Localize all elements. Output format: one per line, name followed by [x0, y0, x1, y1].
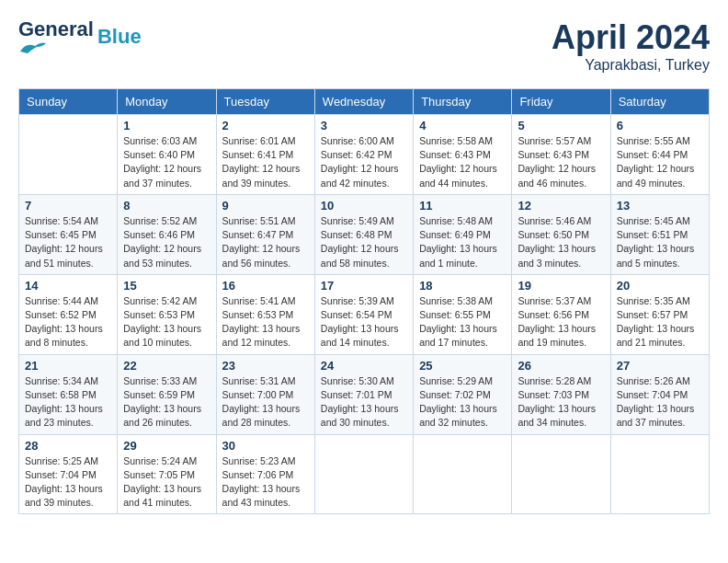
- day-number: 10: [321, 199, 407, 213]
- week-row-3: 14Sunrise: 5:44 AMSunset: 6:52 PMDayligh…: [19, 274, 710, 354]
- calendar-cell: 16Sunrise: 5:41 AMSunset: 6:53 PMDayligh…: [216, 274, 314, 354]
- calendar-cell: 6Sunrise: 5:55 AMSunset: 6:44 PMDaylight…: [610, 115, 709, 195]
- day-info: Sunrise: 5:49 AMSunset: 6:48 PMDaylight:…: [321, 214, 407, 270]
- day-info: Sunrise: 5:48 AMSunset: 6:49 PMDaylight:…: [419, 214, 506, 270]
- week-row-4: 21Sunrise: 5:34 AMSunset: 6:58 PMDayligh…: [19, 354, 710, 434]
- day-info: Sunrise: 6:01 AMSunset: 6:41 PMDaylight:…: [222, 134, 309, 190]
- day-info: Sunrise: 5:51 AMSunset: 6:47 PMDaylight:…: [222, 214, 309, 270]
- calendar-cell: 27Sunrise: 5:26 AMSunset: 7:04 PMDayligh…: [610, 354, 709, 434]
- day-number: 20: [617, 279, 703, 293]
- day-number: 18: [419, 279, 506, 293]
- calendar-cell: 3Sunrise: 6:00 AMSunset: 6:42 PMDaylight…: [314, 115, 413, 195]
- weekday-header-wednesday: Wednesday: [314, 89, 413, 115]
- day-number: 1: [123, 119, 210, 132]
- calendar-cell: 29Sunrise: 5:24 AMSunset: 7:05 PMDayligh…: [118, 434, 216, 514]
- calendar-cell: 17Sunrise: 5:39 AMSunset: 6:54 PMDayligh…: [314, 274, 413, 354]
- day-info: Sunrise: 5:26 AMSunset: 7:04 PMDaylight:…: [617, 374, 703, 431]
- day-info: Sunrise: 5:37 AMSunset: 6:56 PMDaylight:…: [518, 294, 604, 350]
- week-row-1: 1Sunrise: 6:03 AMSunset: 6:40 PMDaylight…: [19, 115, 710, 195]
- day-number: 21: [25, 359, 111, 373]
- calendar-cell: 20Sunrise: 5:35 AMSunset: 6:57 PMDayligh…: [610, 274, 709, 354]
- day-number: 29: [123, 439, 210, 453]
- weekday-header-monday: Monday: [118, 89, 216, 115]
- day-info: Sunrise: 6:03 AMSunset: 6:40 PMDaylight:…: [123, 134, 210, 190]
- week-row-5: 28Sunrise: 5:25 AMSunset: 7:04 PMDayligh…: [19, 434, 710, 514]
- day-number: 16: [222, 279, 309, 293]
- day-info: Sunrise: 5:39 AMSunset: 6:54 PMDaylight:…: [321, 294, 407, 350]
- calendar-cell: [19, 115, 118, 195]
- day-info: Sunrise: 5:58 AMSunset: 6:43 PMDaylight:…: [419, 134, 506, 190]
- weekday-header-sunday: Sunday: [19, 89, 118, 115]
- day-number: 7: [25, 199, 111, 213]
- day-number: 8: [123, 199, 210, 213]
- day-info: Sunrise: 5:29 AMSunset: 7:02 PMDaylight:…: [419, 374, 506, 431]
- logo-blue-text: Blue: [97, 26, 142, 48]
- day-info: Sunrise: 5:38 AMSunset: 6:55 PMDaylight:…: [419, 294, 506, 350]
- day-number: 19: [518, 279, 604, 293]
- month-title: April 2024: [552, 18, 710, 57]
- weekday-header-thursday: Thursday: [414, 89, 512, 115]
- calendar-cell: 4Sunrise: 5:58 AMSunset: 6:43 PMDaylight…: [414, 115, 512, 195]
- logo-text: General: [18, 17, 94, 40]
- calendar-cell: 15Sunrise: 5:42 AMSunset: 6:53 PMDayligh…: [118, 274, 216, 354]
- day-number: 30: [222, 439, 309, 453]
- day-number: 6: [617, 119, 703, 132]
- calendar-cell: 1Sunrise: 6:03 AMSunset: 6:40 PMDaylight…: [118, 115, 216, 195]
- calendar-cell: 8Sunrise: 5:52 AMSunset: 6:46 PMDaylight…: [118, 194, 216, 274]
- day-info: Sunrise: 5:44 AMSunset: 6:52 PMDaylight:…: [25, 294, 111, 350]
- day-info: Sunrise: 5:52 AMSunset: 6:46 PMDaylight:…: [123, 214, 210, 270]
- calendar-cell: 25Sunrise: 5:29 AMSunset: 7:02 PMDayligh…: [414, 354, 512, 434]
- logo-bird-icon: [18, 39, 48, 55]
- day-number: 4: [419, 119, 506, 132]
- day-info: Sunrise: 5:30 AMSunset: 7:01 PMDaylight:…: [321, 374, 407, 431]
- logo: General Blue: [18, 18, 142, 55]
- calendar-cell: [610, 434, 709, 514]
- calendar-cell: 14Sunrise: 5:44 AMSunset: 6:52 PMDayligh…: [19, 274, 118, 354]
- calendar-cell: 13Sunrise: 5:45 AMSunset: 6:51 PMDayligh…: [610, 194, 709, 274]
- day-number: 28: [25, 439, 111, 453]
- calendar-cell: 5Sunrise: 5:57 AMSunset: 6:43 PMDaylight…: [512, 115, 610, 195]
- day-number: 23: [222, 359, 309, 373]
- location-title: Yaprakbasi, Turkey: [552, 57, 710, 74]
- day-number: 11: [419, 199, 506, 213]
- calendar-cell: 11Sunrise: 5:48 AMSunset: 6:49 PMDayligh…: [414, 194, 512, 274]
- day-info: Sunrise: 5:25 AMSunset: 7:04 PMDaylight:…: [25, 454, 111, 511]
- day-info: Sunrise: 6:00 AMSunset: 6:42 PMDaylight:…: [321, 134, 407, 190]
- week-row-2: 7Sunrise: 5:54 AMSunset: 6:45 PMDaylight…: [19, 194, 710, 274]
- day-number: 17: [321, 279, 407, 293]
- day-info: Sunrise: 5:42 AMSunset: 6:53 PMDaylight:…: [123, 294, 210, 350]
- calendar-table: SundayMondayTuesdayWednesdayThursdayFrid…: [18, 88, 710, 514]
- day-number: 15: [123, 279, 210, 293]
- day-info: Sunrise: 5:24 AMSunset: 7:05 PMDaylight:…: [123, 454, 210, 511]
- day-number: 9: [222, 199, 309, 213]
- calendar-cell: 7Sunrise: 5:54 AMSunset: 6:45 PMDaylight…: [19, 194, 118, 274]
- day-number: 26: [518, 359, 604, 373]
- calendar-cell: [414, 434, 512, 514]
- day-info: Sunrise: 5:35 AMSunset: 6:57 PMDaylight:…: [617, 294, 703, 350]
- calendar-cell: [314, 434, 413, 514]
- day-number: 22: [123, 359, 210, 373]
- calendar-cell: 23Sunrise: 5:31 AMSunset: 7:00 PMDayligh…: [216, 354, 314, 434]
- calendar-cell: 10Sunrise: 5:49 AMSunset: 6:48 PMDayligh…: [314, 194, 413, 274]
- day-info: Sunrise: 5:46 AMSunset: 6:50 PMDaylight:…: [518, 214, 604, 270]
- day-info: Sunrise: 5:57 AMSunset: 6:43 PMDaylight:…: [518, 134, 604, 190]
- weekday-header-tuesday: Tuesday: [216, 89, 314, 115]
- day-info: Sunrise: 5:28 AMSunset: 7:03 PMDaylight:…: [518, 374, 604, 431]
- calendar-cell: 9Sunrise: 5:51 AMSunset: 6:47 PMDaylight…: [216, 194, 314, 274]
- title-block: April 2024 Yaprakbasi, Turkey: [552, 18, 710, 74]
- weekday-header-saturday: Saturday: [610, 89, 709, 115]
- calendar-cell: 24Sunrise: 5:30 AMSunset: 7:01 PMDayligh…: [314, 354, 413, 434]
- day-info: Sunrise: 5:31 AMSunset: 7:00 PMDaylight:…: [222, 374, 309, 431]
- day-info: Sunrise: 5:45 AMSunset: 6:51 PMDaylight:…: [617, 214, 703, 270]
- day-info: Sunrise: 5:41 AMSunset: 6:53 PMDaylight:…: [222, 294, 309, 350]
- day-number: 12: [518, 199, 604, 213]
- calendar-cell: 2Sunrise: 6:01 AMSunset: 6:41 PMDaylight…: [216, 115, 314, 195]
- day-number: 3: [321, 119, 407, 132]
- day-info: Sunrise: 5:54 AMSunset: 6:45 PMDaylight:…: [25, 214, 111, 270]
- day-info: Sunrise: 5:55 AMSunset: 6:44 PMDaylight:…: [617, 134, 703, 190]
- calendar-cell: 22Sunrise: 5:33 AMSunset: 6:59 PMDayligh…: [118, 354, 216, 434]
- calendar-cell: 28Sunrise: 5:25 AMSunset: 7:04 PMDayligh…: [19, 434, 118, 514]
- calendar-cell: 21Sunrise: 5:34 AMSunset: 6:58 PMDayligh…: [19, 354, 118, 434]
- day-number: 24: [321, 359, 407, 373]
- weekday-header-friday: Friday: [512, 89, 610, 115]
